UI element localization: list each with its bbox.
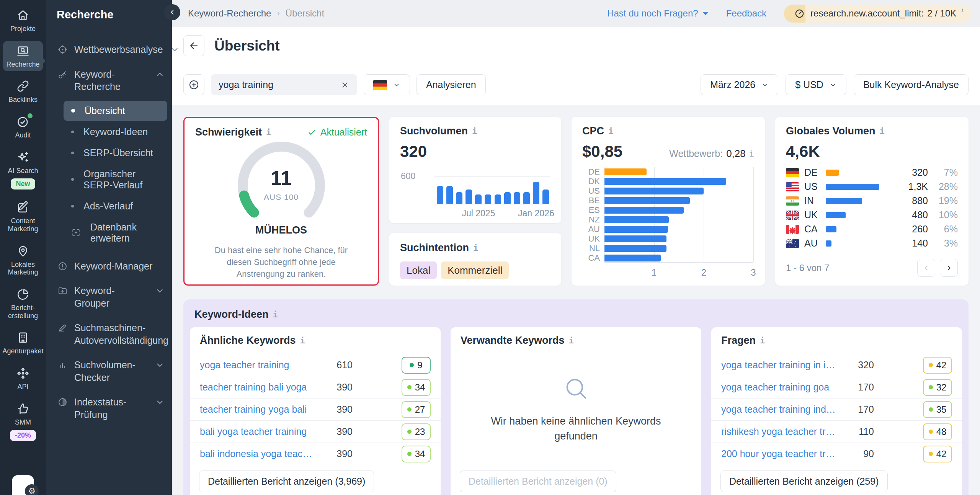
sidebar-collapse-button[interactable] bbox=[164, 4, 180, 20]
info-icon[interactable]: i bbox=[266, 127, 271, 137]
feedback-link[interactable]: Feedback bbox=[726, 8, 766, 19]
info-icon[interactable]: i bbox=[760, 336, 765, 345]
questions-dropdown[interactable]: Hast du noch Fragen? bbox=[607, 8, 708, 19]
subnav-item[interactable]: SERP-Übersicht bbox=[64, 143, 167, 163]
info-icon[interactable]: i bbox=[273, 310, 278, 319]
nav-item[interactable]: Suchmaschinen-Autovervollständigung bbox=[46, 315, 172, 353]
period-dropdown[interactable]: März 2026 bbox=[701, 74, 778, 95]
info-icon[interactable]: i bbox=[569, 336, 574, 345]
nav-item[interactable]: Suchvolumen-Checker bbox=[46, 353, 172, 390]
country-dropdown[interactable] bbox=[364, 74, 410, 95]
clear-search-icon[interactable] bbox=[340, 80, 350, 90]
cpc-row: UK bbox=[582, 234, 754, 243]
nav-item[interactable]: Indexstatus-Prüfung bbox=[46, 390, 172, 427]
add-keyword-button[interactable] bbox=[183, 74, 204, 95]
limit-info-icon[interactable]: i bbox=[961, 6, 963, 14]
chevron-down-icon bbox=[829, 81, 837, 89]
chat-widget-button[interactable]: ⚙ bbox=[12, 475, 34, 495]
keyword-row: yoga teacher training india goa 170 35 bbox=[711, 399, 962, 421]
info-icon[interactable]: i bbox=[749, 149, 754, 158]
rail-item-backlinks[interactable]: Backlinks bbox=[3, 76, 43, 107]
us-flag-icon bbox=[786, 182, 799, 191]
cpc-country-label: US bbox=[582, 186, 600, 196]
info-icon[interactable]: i bbox=[472, 126, 477, 136]
keyword-volume: 170 bbox=[842, 404, 874, 415]
rail-item-ai-search[interactable]: AI Search New bbox=[3, 147, 43, 193]
next-page-button[interactable] bbox=[940, 259, 958, 277]
keyword-volume: 390 bbox=[320, 426, 353, 437]
keyword-volume: 390 bbox=[320, 382, 353, 393]
keyword-link[interactable]: bali yoga teacher training bbox=[200, 426, 320, 437]
keyword-link[interactable]: yoga teacher training bbox=[200, 359, 320, 371]
breadcrumb-separator: › bbox=[277, 8, 279, 18]
subnav-item[interactable]: Organischer SERP-Verlauf bbox=[64, 164, 167, 195]
rail-item-agenturpaket[interactable]: Agenturpaket bbox=[3, 328, 43, 358]
prev-page-button[interactable] bbox=[917, 259, 935, 277]
keyword-row: teacher training bali yoga 390 34 bbox=[190, 376, 441, 399]
check-icon bbox=[307, 128, 317, 137]
info-icon[interactable]: i bbox=[880, 126, 885, 136]
breadcrumb-parent[interactable]: Keyword-Recherche bbox=[188, 8, 271, 19]
detailed-report-button[interactable]: Detaillierten Bericht anzeigen (0) bbox=[460, 470, 616, 492]
account-limit-pill[interactable]: research.new.account_limit: 2 / 10K i bbox=[784, 5, 972, 23]
cpc-country-chart: DE DK US BE ES NZ AU UK bbox=[582, 167, 754, 263]
bullet-icon bbox=[71, 131, 74, 133]
limit-value: 2 / 10K bbox=[927, 8, 956, 19]
nav-item-label: Suchmaschinen-Autovervollständigung bbox=[74, 322, 168, 346]
keyword-link[interactable]: yoga teacher training goa bbox=[721, 382, 842, 393]
country-percent: 3% bbox=[933, 238, 958, 249]
difficulty-badge: 32 bbox=[923, 379, 952, 396]
global-card-title: Globales Volumen bbox=[786, 125, 875, 137]
info-icon[interactable]: i bbox=[608, 126, 613, 136]
keyword-link[interactable]: rishikesh yoga teacher training bbox=[721, 426, 842, 437]
rail-item-audit[interactable]: Audit bbox=[3, 112, 43, 142]
keyword-link[interactable]: teacher training yoga bali bbox=[200, 404, 320, 415]
currency-dropdown[interactable]: $ USD bbox=[786, 74, 846, 95]
subnav-item[interactable]: Ads-Verlauf bbox=[64, 196, 167, 216]
key-icon bbox=[57, 69, 68, 80]
rail-item-content-marketing[interactable]: Content Marketing bbox=[3, 198, 43, 236]
rail-item-lokales-marketing[interactable]: Lokales Marketing bbox=[3, 241, 43, 279]
rail-item-api[interactable]: API bbox=[3, 363, 43, 394]
keyword-link[interactable]: bali indonesia yoga teacher tr... bbox=[200, 448, 320, 459]
cpc-country-label: AU bbox=[582, 224, 600, 234]
difficulty-dot-icon bbox=[407, 385, 412, 389]
bulk-analysis-button[interactable]: Bulk Keyword-Analyse bbox=[854, 74, 969, 95]
info-icon[interactable]: i bbox=[300, 336, 305, 345]
country-percent: 28% bbox=[933, 181, 958, 192]
back-button[interactable] bbox=[183, 35, 204, 56]
keyword-volume: 320 bbox=[842, 359, 874, 371]
settings-gear-icon[interactable]: ⚙ bbox=[25, 484, 39, 495]
difficulty-card-title: Schwierigkeit bbox=[195, 126, 262, 138]
keyword-link[interactable]: teacher training bali yoga bbox=[200, 382, 320, 393]
detailed-report-button[interactable]: Detaillierten Bericht anzeigen (3,969) bbox=[199, 470, 374, 492]
nav-item[interactable]: Wettbewerbsanalyse bbox=[46, 37, 172, 62]
info-icon[interactable]: i bbox=[473, 243, 478, 253]
rail-item-projekte[interactable]: Projekte bbox=[3, 5, 43, 36]
rail-item-label: Bericht-erstellung bbox=[4, 304, 42, 320]
subnav-item-label: Organischer SERP-Verlauf bbox=[83, 168, 166, 191]
detailed-report-button[interactable]: Detaillierten Bericht anzeigen (259) bbox=[720, 470, 888, 492]
difficulty-dot-icon bbox=[929, 452, 933, 456]
nav-item[interactable]: Keyword-Grouper bbox=[46, 278, 172, 315]
keyword-search-input[interactable] bbox=[219, 79, 336, 90]
rail-item-smm[interactable]: SMM -20% bbox=[3, 399, 43, 444]
nav-item[interactable]: Keyword-Manager bbox=[46, 254, 172, 279]
keyword-link[interactable]: yoga teacher training india goa bbox=[721, 404, 842, 415]
analyze-button[interactable]: Analysieren bbox=[416, 74, 486, 95]
global-volume-value: 4,6K bbox=[786, 142, 958, 161]
cpc-country-label: DE bbox=[582, 167, 600, 177]
nav-item-label: Keyword-Grouper bbox=[74, 284, 148, 309]
subnav-item[interactable]: Datenbank erweitern bbox=[64, 217, 167, 248]
keyword-link[interactable]: yoga teacher training in india bbox=[721, 359, 842, 371]
table-title: Fragen bbox=[721, 335, 756, 346]
rail-item-recherche[interactable]: Recherche bbox=[3, 41, 43, 72]
updated-status: Aktualisiert bbox=[307, 127, 367, 138]
cpc-x-tick: 2 bbox=[701, 267, 706, 278]
subnav-item[interactable]: Übersicht bbox=[64, 101, 167, 121]
rail-item-berichterstellung[interactable]: Bericht-erstellung bbox=[3, 284, 43, 323]
subnav-item[interactable]: Keyword-Ideen bbox=[64, 122, 167, 142]
nav-item[interactable]: Keyword-Recherche bbox=[46, 62, 172, 99]
keyword-link[interactable]: 200 hour yoga teacher traini... bbox=[721, 448, 842, 459]
volume-bar bbox=[503, 176, 512, 204]
